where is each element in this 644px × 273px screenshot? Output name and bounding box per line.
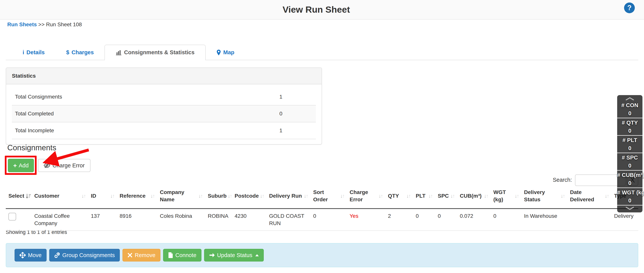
remove-button[interactable]: Remove: [122, 249, 160, 262]
cell-date-delivered: [567, 208, 612, 231]
breadcrumb-separator: >>: [38, 22, 45, 28]
divider: [617, 118, 642, 118]
sort-icon: ↓↑: [560, 193, 565, 199]
move-button[interactable]: Move: [14, 249, 46, 262]
total-plt: # PLT 0: [617, 136, 642, 152]
page-title: View Run Sheet: [0, 0, 632, 19]
sort-icon: ↓↑: [514, 193, 519, 199]
sort-icon: ↓↑: [484, 193, 488, 199]
table-row: Coastal Coffee Company1378916Coles Robin…: [6, 208, 638, 231]
column-header-plt[interactable]: PLT↓↑: [413, 184, 435, 208]
breadcrumb-current: Run Sheet 108: [46, 22, 82, 28]
button-label: Group Consignments: [62, 252, 115, 258]
column-header-reference[interactable]: Reference↓↑: [117, 184, 157, 208]
sort-icon: ↓↑: [260, 193, 264, 199]
tab-map[interactable]: Map: [206, 45, 245, 60]
column-label: Reference: [120, 192, 146, 200]
column-header-sort-order[interactable]: Sort Order↓↑: [310, 184, 347, 208]
group-consignments-button[interactable]: Group Consignments: [49, 249, 120, 262]
search-label: Search:: [553, 177, 572, 183]
bar-chart-icon: [116, 50, 122, 56]
column-label: Suburb: [208, 192, 226, 200]
column-header-wgt-kg[interactable]: WGT (kg)↓↑: [491, 184, 521, 208]
sort-icon: ↓↑: [150, 193, 154, 199]
cell-plt: 0: [413, 208, 435, 231]
divider: [617, 152, 642, 153]
tab-label: Map: [223, 49, 234, 56]
column-header-postcode[interactable]: Postcode↓↑: [232, 184, 266, 208]
statistics-row: Total Incomplete1: [12, 122, 316, 139]
column-header-spc[interactable]: SPC↓↑: [435, 184, 457, 208]
cell-suburb: ROBINA: [205, 208, 232, 231]
tab-details[interactable]: iDetails: [12, 45, 56, 60]
total-cubm: # CUB(m³) 0: [617, 171, 642, 187]
plus-icon: +: [13, 162, 17, 168]
column-header-qty[interactable]: QTY↓↑: [385, 184, 413, 208]
cell-select: [6, 208, 32, 231]
collapse-up-chevron-icon[interactable]: [617, 96, 642, 101]
update-status-button[interactable]: Update Status: [204, 249, 264, 262]
cell-delivery-run: GOLD COAST RUN: [266, 208, 310, 231]
stat-value: 1: [276, 122, 316, 139]
eye-slash-icon: [44, 163, 50, 168]
connote-button[interactable]: Connote: [163, 249, 202, 262]
cell-customer: Coastal Coffee Company: [32, 208, 88, 231]
column-header-company-name[interactable]: Company Name↓↑: [157, 184, 205, 208]
total-value: 0: [617, 109, 642, 117]
map-marker-icon: [216, 50, 221, 56]
x-icon: [128, 253, 132, 258]
caret-up-icon: [255, 254, 259, 256]
collapse-down-chevron-icon[interactable]: [617, 206, 642, 211]
cell-company-name: Coles Robina: [157, 208, 205, 231]
total-qty: # QTY 0: [617, 119, 642, 135]
statistics-panel: Statistics Total Consignments1Total Comp…: [6, 68, 322, 144]
dollar-icon: $: [66, 49, 69, 56]
cell-id: 137: [88, 208, 117, 231]
cell-delivery-status: In Warehouse: [521, 208, 567, 231]
column-label: PLT: [416, 192, 426, 200]
column-header-select[interactable]: Select: [6, 184, 32, 208]
column-label: Delivery Run: [269, 192, 302, 200]
divider: [617, 135, 642, 136]
sort-icon: ↓↑: [198, 193, 202, 199]
info-icon: i: [22, 49, 24, 56]
stat-value: 1: [276, 88, 316, 105]
charge-error-button[interactable]: Charge Error: [38, 159, 90, 172]
column-header-id[interactable]: ID↓↑: [88, 184, 117, 208]
breadcrumb: Run Sheets >> Run Sheet 108: [7, 22, 82, 28]
divider: [617, 170, 642, 170]
stat-label: Total Consignments: [12, 88, 276, 105]
tab-label: Consignments & Statistics: [124, 49, 194, 56]
add-button[interactable]: + Add: [8, 159, 34, 172]
total-value: 0: [617, 144, 642, 152]
column-label: Company Name: [160, 189, 197, 203]
column-header-charge-error[interactable]: Charge Error↓↑: [347, 184, 385, 208]
column-header-delivery-run[interactable]: Delivery Run↓↑: [266, 184, 310, 208]
column-header-suburb[interactable]: Suburb↓↑: [205, 184, 232, 208]
total-spc: # SPC 0: [617, 154, 642, 170]
column-label: QTY: [388, 192, 399, 200]
column-header-cub-m[interactable]: CUB(m³)↓↑: [457, 184, 491, 208]
sort-icon: ↓↑: [605, 193, 609, 199]
column-label: Select: [8, 192, 24, 200]
column-label: Customer: [34, 192, 60, 200]
cell-cub-m: 0.072: [457, 208, 491, 231]
column-header-date-delivered[interactable]: Date Delivered↓↑: [567, 184, 612, 208]
tab-consignments-statistics[interactable]: Consignments & Statistics: [104, 45, 206, 60]
total-value: 0: [617, 162, 642, 170]
statistics-row: Total Consignments1: [12, 88, 316, 105]
row-checkbox[interactable]: [8, 213, 16, 220]
cell-qty: 2: [385, 208, 413, 231]
tab-charges[interactable]: $Charges: [56, 45, 104, 60]
total-label: # SPC: [617, 154, 642, 162]
divider: [617, 205, 642, 206]
divider: [617, 188, 642, 188]
total-label: # QTY: [617, 119, 642, 127]
total-value: 0: [617, 127, 642, 135]
sort-icon: ↓↑: [378, 193, 382, 199]
column-label: Delivery Status: [524, 189, 560, 203]
help-icon[interactable]: ?: [624, 2, 635, 13]
column-header-customer[interactable]: Customer↓↑: [32, 184, 88, 208]
column-header-delivery-status[interactable]: Delivery Status↓↑: [521, 184, 567, 208]
breadcrumb-run-sheets-link[interactable]: Run Sheets: [7, 22, 37, 28]
